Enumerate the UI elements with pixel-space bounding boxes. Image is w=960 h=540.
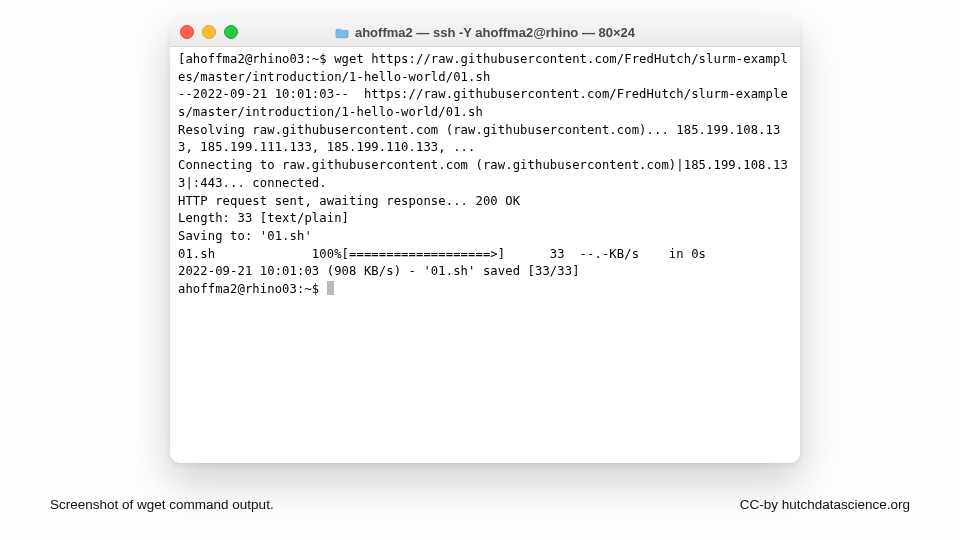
terminal-line: Length: 33 [text/plain] bbox=[178, 210, 792, 228]
terminal-line: --2022-09-21 10:01:03-- https://raw.gith… bbox=[178, 86, 792, 121]
terminal-line: HTTP request sent, awaiting response... … bbox=[178, 193, 792, 211]
folder-icon bbox=[335, 27, 349, 38]
minimize-icon[interactable] bbox=[202, 25, 216, 39]
close-icon[interactable] bbox=[180, 25, 194, 39]
window-title: ahoffma2 — ssh -Y ahoffma2@rhino — 80×24 bbox=[170, 25, 800, 40]
caption-right: CC-by hutchdatascience.org bbox=[740, 497, 910, 512]
window-titlebar: ahoffma2 — ssh -Y ahoffma2@rhino — 80×24 bbox=[170, 18, 800, 47]
window-title-text: ahoffma2 — ssh -Y ahoffma2@rhino — 80×24 bbox=[355, 25, 635, 40]
terminal-line: Resolving raw.githubusercontent.com (raw… bbox=[178, 122, 792, 157]
cursor-icon bbox=[327, 281, 334, 295]
terminal-window: ahoffma2 — ssh -Y ahoffma2@rhino — 80×24… bbox=[170, 18, 800, 463]
terminal-line: 01.sh 100%[===================>] 33 --.-… bbox=[178, 246, 792, 264]
terminal-body[interactable]: [ahoffma2@rhino03:~$ wget https://raw.gi… bbox=[170, 47, 800, 463]
caption-left: Screenshot of wget command output. bbox=[50, 497, 274, 512]
zoom-icon[interactable] bbox=[224, 25, 238, 39]
terminal-line: [ahoffma2@rhino03:~$ wget https://raw.gi… bbox=[178, 51, 792, 86]
terminal-line: 2022-09-21 10:01:03 (908 KB/s) - '01.sh'… bbox=[178, 263, 792, 281]
terminal-line: Saving to: '01.sh' bbox=[178, 228, 792, 246]
terminal-line: Connecting to raw.githubusercontent.com … bbox=[178, 157, 792, 192]
terminal-prompt: ahoffma2@rhino03:~$ bbox=[178, 282, 327, 296]
traffic-lights bbox=[180, 25, 238, 39]
